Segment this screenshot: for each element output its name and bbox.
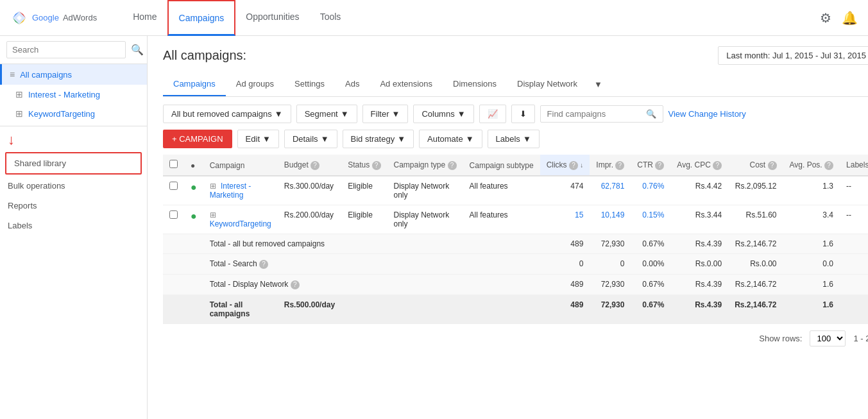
automate-button[interactable]: Automate ▼	[419, 130, 482, 148]
tab-campaigns[interactable]: Campaigns	[163, 73, 226, 96]
total1-dot	[184, 234, 203, 254]
avg-cpc-help-icon[interactable]: ?	[713, 161, 722, 170]
row2-impressions-link[interactable]: 10,149	[601, 210, 625, 219]
rows-per-page-select[interactable]: 100 10 25 50	[810, 330, 846, 346]
search-box: 🔍 «	[0, 36, 147, 64]
total-row-display-network: Total - Display Network ? 489 72,930 0.6…	[163, 275, 868, 295]
row1-checkbox[interactable]	[169, 182, 178, 190]
bid-strategy-button[interactable]: Bid strategy ▼	[343, 130, 414, 148]
header-status[interactable]: Status ?	[341, 155, 387, 176]
sidebar-item-interest-marketing[interactable]: ⊞ Interest - Marketing	[0, 85, 147, 104]
search-input[interactable]	[6, 41, 126, 58]
settings-icon-button[interactable]: ⚙	[820, 10, 831, 26]
total3-cost: Rs.2,146.72	[728, 275, 783, 295]
tab-dimensions[interactable]: Dimensions	[443, 73, 507, 96]
details-button[interactable]: Details ▼	[284, 130, 337, 148]
total3-impressions: 72,930	[590, 275, 631, 295]
total-search-help-icon[interactable]: ?	[259, 260, 268, 269]
cost-help-icon[interactable]: ?	[768, 161, 777, 170]
find-search-icon[interactable]: 🔍	[646, 109, 656, 119]
grand-total-cost: Rs.2,146.72	[728, 295, 783, 324]
row1-impressions-link[interactable]: 62,781	[601, 182, 625, 191]
row2-status-dot: ●	[191, 210, 197, 221]
sidebar-item-bulk-operations[interactable]: Bulk operations	[0, 176, 147, 196]
tab-ad-groups[interactable]: Ad groups	[226, 73, 284, 96]
add-campaign-button[interactable]: + CAMPAIGN	[163, 130, 232, 148]
total2-cost: Rs.0.00	[728, 254, 783, 275]
row2-campaign-link[interactable]: KeywordTargeting	[210, 219, 271, 228]
top-navigation: Google AdWords Home Campaigns Opportunit…	[0, 0, 868, 36]
clicks-help-icon[interactable]: ?	[569, 161, 578, 170]
columns-button[interactable]: Columns ▼	[413, 105, 473, 123]
search-icon[interactable]: 🔍	[131, 44, 144, 56]
tab-display-network[interactable]: Display Network	[507, 73, 588, 96]
sidebar-item-all-campaigns[interactable]: ≡ All campaigns	[0, 64, 147, 85]
tab-ad-extensions[interactable]: Ad extensions	[370, 73, 443, 96]
total2-label: Total - Search	[210, 259, 257, 268]
tab-ads[interactable]: Ads	[335, 73, 370, 96]
total-display-help-icon[interactable]: ?	[291, 280, 300, 289]
row2-ctr-cell: 0.15%	[631, 205, 670, 234]
sidebar-item-reports[interactable]: Reports	[0, 196, 147, 216]
avg-pos-help-icon[interactable]: ?	[824, 161, 833, 170]
select-all-checkbox[interactable]	[169, 160, 178, 168]
header-labels[interactable]: Labels ?	[840, 155, 868, 176]
tab-settings[interactable]: Settings	[284, 73, 335, 96]
reports-label: Reports	[8, 201, 37, 210]
total-row-all-but-removed: Total - all but removed campaigns 489 72…	[163, 234, 868, 254]
header-campaign[interactable]: Campaign	[203, 155, 278, 176]
all-but-removed-campaigns-button[interactable]: All but removed campaigns ▼	[163, 105, 291, 123]
row1-impressions-cell: 62,781	[590, 176, 631, 205]
grand-total-label-cell: Total - all campaigns	[203, 295, 278, 324]
campaigns-table: ● Campaign Budget ? Status ?	[163, 155, 868, 324]
filter-label: All but removed campaigns	[171, 109, 272, 119]
nav-tools[interactable]: Tools	[310, 0, 352, 36]
header-campaign-subtype[interactable]: Campaign subtype	[463, 155, 540, 176]
filter-dropdown-icon: ▼	[275, 109, 283, 119]
row2-ctr-link[interactable]: 0.15%	[642, 210, 664, 219]
header-cost[interactable]: Cost ?	[728, 155, 783, 176]
edit-button[interactable]: Edit ▼	[237, 130, 279, 148]
row2-checkbox[interactable]	[169, 210, 178, 219]
header-avg-cpc[interactable]: Avg. CPC ?	[670, 155, 728, 176]
header-ctr-label: CTR	[637, 160, 653, 169]
segment-button[interactable]: Segment ▼	[296, 105, 357, 123]
download-button[interactable]: ⬇	[511, 105, 535, 123]
sidebar-item-keyword-targeting[interactable]: ⊞ KeywordTargeting	[0, 104, 147, 123]
view-change-history-link[interactable]: View Change History	[668, 109, 746, 119]
header-budget-label: Budget	[284, 160, 309, 169]
header-clicks[interactable]: Clicks ? ↓	[540, 155, 590, 176]
header-campaign-type[interactable]: Campaign type ?	[387, 155, 463, 176]
row1-labels-cell: --	[840, 176, 868, 205]
total3-avg-pos: 1.6	[783, 275, 840, 295]
tab-more-button[interactable]: ▼	[588, 74, 609, 94]
status-help-icon[interactable]: ?	[372, 161, 381, 170]
date-range-button[interactable]: Last month: Jul 1, 2015 - Jul 31, 2015 ▼	[718, 46, 868, 65]
header-budget[interactable]: Budget ?	[278, 155, 341, 176]
campaign-type-help-icon[interactable]: ?	[448, 161, 457, 170]
impressions-help-icon[interactable]: ?	[615, 161, 624, 170]
labels-button[interactable]: Labels ▼	[488, 130, 540, 148]
nav-home[interactable]: Home	[123, 0, 167, 36]
chart-button[interactable]: 📈	[479, 105, 506, 123]
notifications-icon-button[interactable]: 🔔	[842, 10, 858, 26]
header-ctr[interactable]: CTR ?	[631, 155, 670, 176]
row2-labels-cell: --	[840, 205, 868, 234]
find-campaigns-input[interactable]	[547, 109, 643, 119]
filter-button[interactable]: Filter ▼	[362, 105, 409, 123]
ctr-help-icon[interactable]: ?	[655, 161, 664, 170]
sidebar-item-shared-library[interactable]: Shared library	[6, 153, 140, 173]
automate-dropdown-icon: ▼	[466, 134, 474, 144]
campaign-icon-2: ⊞	[210, 210, 216, 219]
header-avg-pos[interactable]: Avg. Pos. ?	[783, 155, 840, 176]
row1-ctr-link[interactable]: 0.76%	[642, 182, 664, 191]
nav-opportunities[interactable]: Opportunities	[235, 0, 309, 36]
sidebar: 🔍 « ≡ All campaigns ⊞ Interest - Marketi…	[0, 36, 148, 419]
budget-help-icon[interactable]: ?	[311, 161, 319, 170]
campaigns-icon: ≡	[10, 69, 15, 80]
nav-campaigns[interactable]: Campaigns	[167, 0, 236, 36]
row2-clicks-link[interactable]: 15	[575, 210, 583, 219]
sidebar-item-labels[interactable]: Labels	[0, 216, 147, 235]
clicks-sort-icon[interactable]: ↓	[580, 162, 583, 169]
header-impressions[interactable]: Impr. ?	[590, 155, 631, 176]
